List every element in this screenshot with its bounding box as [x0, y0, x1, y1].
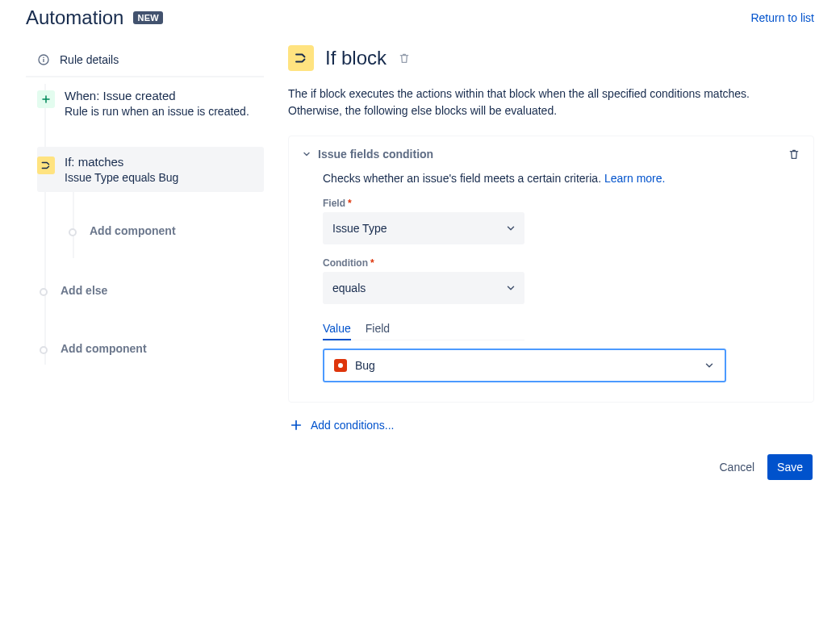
if-step-subtitle: Issue Type equals Bug [65, 171, 178, 184]
header: Automation NEW Return to list [26, 6, 814, 29]
if-sub-rail: Add component [66, 192, 264, 258]
field-select-value: Issue Type [332, 222, 387, 235]
condition-select-value: equals [332, 282, 366, 294]
trigger-subtitle: Rule is run when an issue is created. [65, 105, 249, 118]
svg-rect-1 [43, 59, 44, 62]
page-title: Automation [26, 6, 123, 29]
add-component-label: Add component [90, 224, 176, 237]
value-field-tabs: Value Field [323, 317, 524, 340]
field-select[interactable]: Issue Type [323, 212, 524, 244]
main-title: If block [325, 47, 387, 69]
cancel-button[interactable]: Cancel [711, 454, 763, 480]
value-select[interactable]: Bug [323, 349, 726, 382]
learn-more-link[interactable]: Learn more. [604, 172, 665, 185]
condition-toggle[interactable]: Issue fields condition [302, 148, 433, 161]
footer-actions: Cancel Save [288, 454, 814, 480]
chevron-down-icon [505, 223, 516, 234]
empty-circle-icon [40, 288, 48, 296]
chevron-down-icon [302, 149, 311, 159]
chevron-down-icon [704, 360, 715, 371]
trigger-title: When: Issue created [65, 89, 249, 102]
save-button[interactable]: Save [767, 454, 813, 480]
condition-header-title: Issue fields condition [318, 148, 433, 161]
branch-icon [37, 157, 55, 174]
info-icon [37, 53, 50, 66]
add-conditions-label: Add conditions... [311, 419, 395, 432]
condition-label: Condition* [323, 257, 800, 269]
empty-circle-icon [69, 228, 77, 236]
add-component-inside-if[interactable]: Add component [66, 215, 264, 250]
empty-circle-icon [40, 346, 48, 354]
add-component-label-2: Add component [61, 342, 147, 355]
add-component-node[interactable]: Add component [37, 336, 264, 365]
rule-details-link[interactable]: Rule details [26, 45, 264, 77]
bug-icon [334, 359, 347, 372]
sidebar: Rule details When: Issue created Rule is… [26, 45, 264, 480]
add-else-label: Add else [61, 284, 107, 297]
tab-field[interactable]: Field [366, 317, 390, 340]
chevron-down-icon [505, 282, 516, 294]
delete-block-button[interactable] [398, 52, 411, 65]
return-to-list-link[interactable]: Return to list [750, 11, 814, 24]
rule-details-label: Rule details [60, 53, 119, 66]
delete-condition-button[interactable] [788, 148, 800, 161]
field-label: Field* [323, 198, 800, 209]
add-conditions-button[interactable]: Add conditions... [290, 419, 814, 432]
if-step-title: If: matches [65, 155, 178, 169]
block-description: The if block executes the actions within… [288, 86, 804, 119]
if-step[interactable]: If: matches Issue Type equals Bug [37, 147, 264, 192]
main-panel: If block The if block executes the actio… [288, 45, 814, 480]
branch-icon-large [288, 45, 314, 71]
tab-value[interactable]: Value [323, 317, 351, 340]
trigger-step[interactable]: When: Issue created Rule is run when an … [37, 84, 264, 123]
plus-icon [37, 90, 55, 108]
value-select-value: Bug [355, 359, 375, 372]
add-else-node[interactable]: Add else [37, 278, 264, 307]
svg-rect-2 [43, 57, 44, 58]
plus-icon [290, 419, 303, 432]
condition-card: Issue fields condition Checks whether an… [288, 136, 814, 403]
new-badge: NEW [133, 11, 163, 24]
condition-select[interactable]: equals [323, 272, 524, 304]
condition-description: Checks whether an issue's field meets a … [323, 172, 800, 185]
